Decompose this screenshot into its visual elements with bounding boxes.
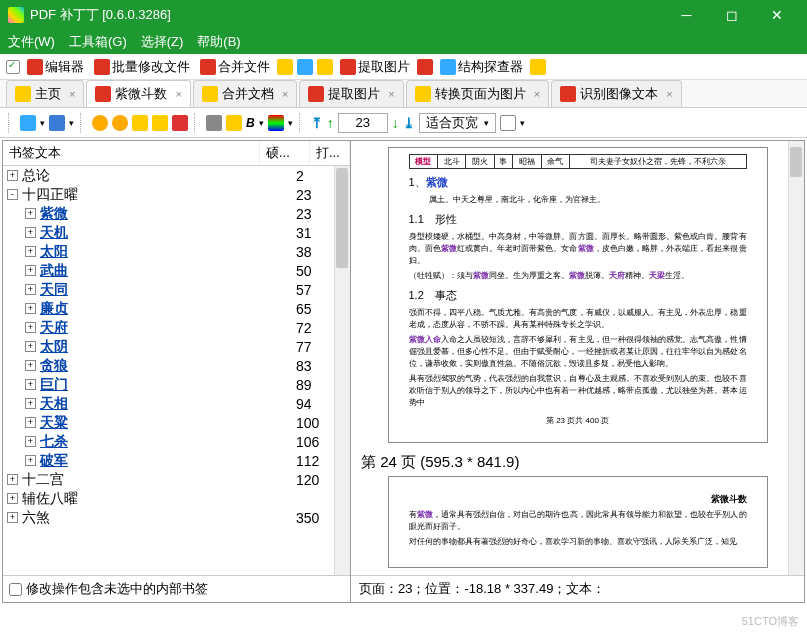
bookmark-row[interactable]: +天粱100 (3, 413, 350, 432)
bookmark-row[interactable]: +破军112 (3, 451, 350, 470)
bookmark-row[interactable]: +天府72 (3, 318, 350, 337)
include-unselected-checkbox[interactable] (9, 583, 22, 596)
bookmark-row[interactable]: +天同57 (3, 280, 350, 299)
tool-icon[interactable] (277, 59, 293, 75)
bookmark-row[interactable]: -十四正曜23 (3, 185, 350, 204)
bookmark-label: 天机 (40, 224, 296, 242)
first-page-button[interactable]: ⤒ (311, 115, 323, 131)
expand-icon[interactable]: + (25, 379, 36, 390)
tool-icon[interactable] (297, 59, 313, 75)
expand-icon[interactable]: + (25, 303, 36, 314)
mark-icon[interactable] (226, 115, 242, 131)
viewer-scrollbar[interactable] (788, 141, 804, 575)
next-page-button[interactable]: ↓ (392, 115, 399, 131)
col-text[interactable]: 书签文本 (3, 141, 260, 165)
expand-icon[interactable]: + (25, 322, 36, 333)
maximize-button[interactable]: ◻ (709, 0, 754, 30)
bookmark-row[interactable]: +六煞350 (3, 508, 350, 527)
expand-icon[interactable]: + (25, 246, 36, 257)
bookmark-row[interactable]: +辅佐八曜 (3, 489, 350, 508)
menu-select[interactable]: 选择(Z) (141, 33, 184, 51)
batch-button[interactable]: 批量修改文件 (91, 57, 193, 77)
expand-icon[interactable]: + (25, 208, 36, 219)
bookmark-row[interactable]: +紫微23 (3, 204, 350, 223)
tool-icon[interactable] (530, 59, 546, 75)
prev-page-button[interactable]: ↑ (327, 115, 334, 131)
editor-button[interactable]: 编辑器 (24, 57, 87, 77)
view-icon[interactable] (500, 115, 516, 131)
page-input[interactable] (338, 113, 388, 133)
tab-close-icon[interactable]: × (666, 88, 672, 100)
bookmark-row[interactable]: +七杀106 (3, 432, 350, 451)
tab-close-icon[interactable]: × (388, 88, 394, 100)
bookmark-row[interactable]: +太阳38 (3, 242, 350, 261)
paste-icon[interactable] (152, 115, 168, 131)
undo-icon[interactable] (92, 115, 108, 131)
menu-toolbox[interactable]: 工具箱(G) (69, 33, 127, 51)
expand-icon[interactable]: + (25, 265, 36, 276)
bold-italic-icon[interactable]: B (246, 116, 255, 130)
bookmark-row[interactable]: +总论2 (3, 166, 350, 185)
color-icon[interactable] (268, 115, 284, 131)
struct-button[interactable]: 结构探查器 (437, 57, 526, 77)
tab-5[interactable]: 识别图像文本× (551, 80, 681, 107)
bookmark-row[interactable]: +武曲50 (3, 261, 350, 280)
zoom-select[interactable]: 适合页宽▾ (419, 113, 496, 133)
workspace: 书签文本 硕... 打... +总论2-十四正曜23+紫微23+天机31+太阳3… (2, 140, 805, 603)
expand-icon[interactable]: + (25, 360, 36, 371)
expand-icon[interactable]: + (25, 436, 36, 447)
new-icon[interactable] (20, 115, 36, 131)
copy-icon[interactable] (132, 115, 148, 131)
tab-close-icon[interactable]: × (69, 88, 75, 100)
expand-icon[interactable]: + (7, 170, 18, 181)
last-page-button[interactable]: ⤓ (403, 115, 415, 131)
edit-icon[interactable] (206, 115, 222, 131)
merge-button[interactable]: 合并文件 (197, 57, 273, 77)
scroll-thumb[interactable] (336, 168, 348, 268)
pdf-canvas[interactable]: 模型北斗阴火事昭福余气司夫妻子女奴仆之宿，先锋，不利六亲 1、紫微 属土。中天之… (351, 141, 804, 575)
bookmark-row[interactable]: +贪狼83 (3, 356, 350, 375)
tab-2[interactable]: 合并文档× (193, 80, 297, 107)
minimize-button[interactable]: ─ (664, 0, 709, 30)
tab-close-icon[interactable]: × (282, 88, 288, 100)
extract-button[interactable]: 提取图片 (337, 57, 413, 77)
expand-icon[interactable]: + (25, 455, 36, 466)
redo-icon[interactable] (112, 115, 128, 131)
check-icon[interactable] (6, 60, 20, 74)
tab-0[interactable]: 主页× (6, 80, 84, 107)
expand-icon[interactable]: + (25, 227, 36, 238)
expand-icon[interactable]: + (25, 398, 36, 409)
bookmark-label: 廉贞 (40, 300, 296, 318)
tab-close-icon[interactable]: × (534, 88, 540, 100)
bookmark-row[interactable]: +十二宫120 (3, 470, 350, 489)
tree-scrollbar[interactable] (334, 166, 350, 575)
menu-file[interactable]: 文件(W) (8, 33, 55, 51)
col-2[interactable]: 硕... (260, 141, 310, 165)
expand-icon[interactable]: - (7, 189, 18, 200)
bookmark-row[interactable]: +太阴77 (3, 337, 350, 356)
scroll-thumb[interactable] (790, 147, 802, 177)
col-3[interactable]: 打... (310, 141, 350, 165)
tab-1[interactable]: 紫微斗数× (86, 80, 190, 107)
tab-label: 转换页面为图片 (435, 85, 526, 103)
close-button[interactable]: ✕ (754, 0, 799, 30)
tool-icon[interactable] (317, 59, 333, 75)
bookmark-row[interactable]: +廉贞65 (3, 299, 350, 318)
expand-icon[interactable]: + (7, 474, 18, 485)
expand-icon[interactable]: + (7, 512, 18, 523)
delete-icon[interactable] (172, 115, 188, 131)
tool-icon[interactable] (417, 59, 433, 75)
expand-icon[interactable]: + (25, 284, 36, 295)
expand-icon[interactable]: + (7, 493, 18, 504)
menu-help[interactable]: 帮助(B) (197, 33, 240, 51)
expand-icon[interactable]: + (25, 341, 36, 352)
bookmark-tree[interactable]: +总论2-十四正曜23+紫微23+天机31+太阳38+武曲50+天同57+廉贞6… (3, 166, 350, 575)
bookmark-row[interactable]: +天相94 (3, 394, 350, 413)
tab-3[interactable]: 提取图片× (299, 80, 403, 107)
bookmark-row[interactable]: +天机31 (3, 223, 350, 242)
tab-close-icon[interactable]: × (175, 88, 181, 100)
save-icon[interactable] (49, 115, 65, 131)
bookmark-row[interactable]: +巨门89 (3, 375, 350, 394)
tab-4[interactable]: 转换页面为图片× (406, 80, 549, 107)
expand-icon[interactable]: + (25, 417, 36, 428)
